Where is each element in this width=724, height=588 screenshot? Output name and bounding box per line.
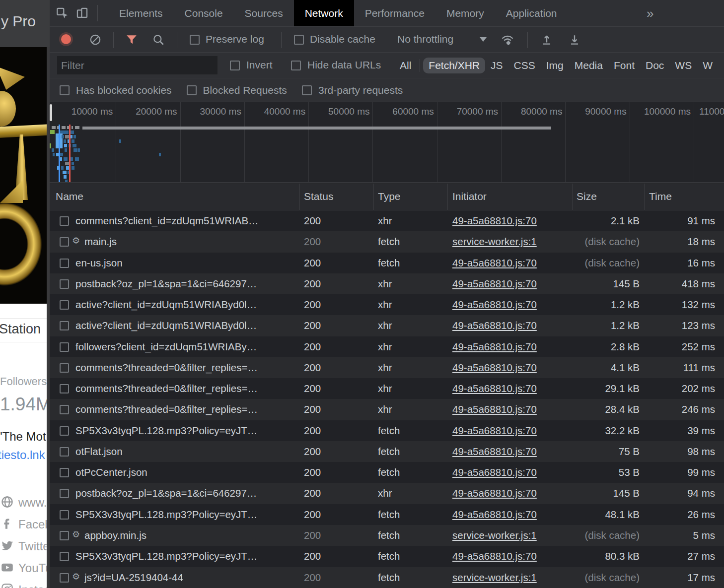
record-button[interactable] (61, 34, 71, 44)
table-row[interactable]: SP5X3v3tyqPL.128.mp3?Policy=eyJT…200fetc… (50, 420, 724, 441)
tab-sources[interactable]: Sources (234, 0, 294, 26)
col-name[interactable]: Name (56, 191, 83, 202)
row-checkbox[interactable] (60, 573, 69, 583)
3rd-party-requests-checkbox[interactable] (302, 85, 312, 95)
request-initiator-link[interactable]: 49-a5a68810.js:70 (452, 278, 537, 290)
table-row[interactable]: en-us.json200fetch49-a5a68810.js:70(disk… (50, 253, 724, 273)
request-name[interactable]: comments?threaded=0&filter_replies=… (75, 362, 258, 374)
request-initiator-link[interactable]: 49-a5a68810.js:70 (452, 446, 537, 457)
col-status[interactable]: Status (304, 191, 334, 202)
request-initiator-link[interactable]: 49-a5a68810.js:70 (452, 257, 537, 269)
request-name[interactable]: en-us.json (75, 257, 123, 269)
row-checkbox[interactable] (60, 405, 69, 414)
tab-application[interactable]: Application (495, 0, 568, 26)
request-name[interactable]: comments?threaded=0&filter_replies=… (75, 383, 258, 394)
preserve-log-checkbox[interactable] (190, 35, 200, 45)
type-filter-doc[interactable]: Doc (640, 58, 669, 73)
table-row[interactable]: postback?oz_pl=1&spa=1&ci=646297…200xhr4… (50, 483, 724, 504)
search-icon[interactable] (152, 33, 165, 46)
type-filter-all[interactable]: All (394, 58, 417, 73)
request-name[interactable]: comments?client_id=zdUqm51WRIAB… (75, 215, 259, 227)
row-checkbox[interactable] (60, 216, 69, 226)
table-row[interactable]: SP5X3v3tyqPL.128.mp3?Policy=eyJT…200fetc… (50, 546, 724, 567)
social-link[interactable]: www. (0, 495, 50, 512)
request-initiator-link[interactable]: 49-a5a68810.js:70 (452, 487, 537, 499)
row-checkbox[interactable] (60, 342, 69, 352)
col-size[interactable]: Size (577, 191, 597, 202)
request-name[interactable]: otPcCenter.json (75, 466, 147, 478)
social-link[interactable]: Instag (0, 583, 50, 588)
filter-input[interactable] (57, 56, 217, 74)
request-initiator-link[interactable]: 49-a5a68810.js:70 (452, 425, 537, 437)
row-checkbox[interactable] (60, 552, 69, 561)
request-initiator-link[interactable]: service-worker.js:1 (452, 236, 537, 248)
type-filter-w[interactable]: W (697, 58, 718, 73)
tab-console[interactable]: Console (174, 0, 234, 26)
filter-icon[interactable] (125, 33, 138, 46)
table-row[interactable]: comments?threaded=0&filter_replies=…200x… (50, 378, 724, 399)
type-filter-fetchxhr[interactable]: Fetch/XHR (423, 58, 485, 73)
request-name[interactable]: SP5X3v3tyqPL.128.mp3?Policy=eyJT… (75, 509, 257, 521)
throttling-select[interactable]: No throttling (397, 33, 453, 45)
import-har-icon[interactable] (540, 33, 553, 46)
table-row[interactable]: postback?oz_pl=1&spa=1&ci=646297…200xhr4… (50, 273, 724, 294)
request-name[interactable]: main.js (84, 236, 117, 248)
device-toolbar-icon[interactable] (75, 6, 89, 20)
request-initiator-link[interactable]: service-worker.js:1 (452, 572, 537, 584)
request-initiator-link[interactable]: 49-a5a68810.js:70 (452, 362, 537, 374)
row-checkbox[interactable] (60, 363, 69, 373)
col-type[interactable]: Type (378, 191, 401, 202)
request-initiator-link[interactable]: 49-a5a68810.js:70 (452, 550, 537, 562)
type-filter-js[interactable]: JS (485, 58, 508, 73)
social-link[interactable]: Twitte (0, 539, 50, 556)
request-name[interactable]: followers?client_id=zdUqm51WRIABy… (75, 341, 257, 353)
row-checkbox[interactable] (60, 384, 69, 393)
export-har-icon[interactable] (568, 33, 581, 46)
request-name[interactable]: appboy.min.js (84, 529, 146, 541)
tab-elements[interactable]: Elements (108, 0, 174, 26)
social-link[interactable]: YouTu (0, 561, 50, 578)
has-blocked-cookies-checkbox[interactable] (60, 85, 70, 95)
col-time[interactable]: Time (649, 191, 672, 202)
site-nav-item[interactable]: Station (0, 322, 41, 337)
row-checkbox[interactable] (60, 468, 69, 477)
hide-data-urls-checkbox[interactable] (291, 61, 301, 70)
request-initiator-link[interactable]: 49-a5a68810.js:70 (452, 299, 537, 311)
row-checkbox[interactable] (60, 321, 69, 330)
request-initiator-link[interactable]: 49-a5a68810.js:70 (452, 320, 537, 331)
bio-link[interactable]: tiesto.lnk (0, 448, 45, 462)
type-filter-ws[interactable]: WS (669, 58, 697, 73)
row-checkbox[interactable] (60, 447, 69, 457)
row-checkbox[interactable] (60, 300, 69, 310)
disable-cache-checkbox[interactable] (294, 35, 304, 45)
table-row[interactable]: otPcCenter.json200fetch49-a5a68810.js:70… (50, 462, 724, 483)
request-name[interactable]: postback?oz_pl=1&spa=1&ci=646297… (75, 487, 257, 499)
request-initiator-link[interactable]: 49-a5a68810.js:70 (452, 509, 537, 521)
more-tabs-icon[interactable]: » (640, 1, 660, 26)
request-name[interactable]: SP5X3v3tyqPL.128.mp3?Policy=eyJT… (75, 550, 257, 562)
table-row[interactable]: comments?client_id=zdUqm51WRIAB…200xhr49… (50, 210, 724, 231)
request-name[interactable]: active?client_id=zdUqm51WRIAByd0l… (75, 320, 257, 331)
table-row[interactable]: ⚙main.js200fetchservice-worker.js:1(disk… (50, 231, 724, 252)
tab-memory[interactable]: Memory (435, 0, 495, 26)
type-filter-media[interactable]: Media (569, 58, 608, 73)
row-checkbox[interactable] (60, 510, 69, 520)
request-name[interactable]: otFlat.json (75, 446, 123, 457)
table-row[interactable]: comments?threaded=0&filter_replies=…200x… (50, 357, 724, 378)
type-filter-font[interactable]: Font (608, 58, 640, 73)
row-checkbox[interactable] (60, 426, 69, 436)
request-name[interactable]: active?client_id=zdUqm51WRIAByd0l… (75, 299, 257, 311)
table-row[interactable]: ⚙appboy.min.js200fetchservice-worker.js:… (50, 525, 724, 546)
blocked-requests-checkbox[interactable] (187, 85, 197, 95)
request-name[interactable]: comments?threaded=0&filter_replies=… (75, 403, 258, 415)
request-initiator-link[interactable]: 49-a5a68810.js:70 (452, 341, 537, 353)
tab-network[interactable]: Network (294, 0, 354, 26)
col-initiator[interactable]: Initiator (452, 191, 487, 202)
request-initiator-link[interactable]: 49-a5a68810.js:70 (452, 466, 537, 478)
type-filter-img[interactable]: Img (541, 58, 569, 73)
invert-checkbox[interactable] (230, 61, 240, 70)
row-checkbox[interactable] (60, 237, 69, 247)
request-initiator-link[interactable]: service-worker.js:1 (452, 529, 537, 541)
table-row[interactable]: comments?threaded=0&filter_replies=…200x… (50, 399, 724, 420)
table-row[interactable]: SP5X3v3tyqPL.128.mp3?Policy=eyJT…200fetc… (50, 504, 724, 525)
